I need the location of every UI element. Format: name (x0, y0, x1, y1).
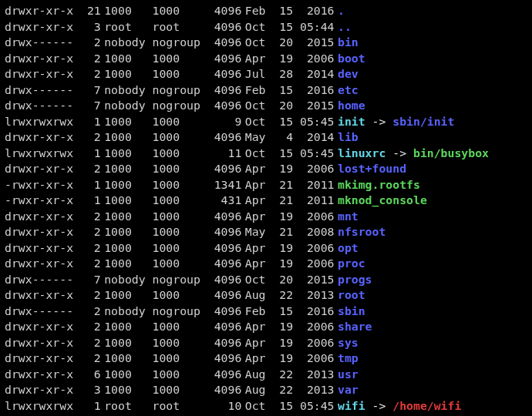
file-permissions: drwxr-xr-x (5, 51, 80, 67)
file-name-wrap: mnt (338, 209, 359, 225)
file-name: usr (338, 367, 359, 381)
date-day: 28 (272, 66, 293, 82)
date-month: Oct (241, 19, 272, 35)
link-count: 2 (80, 209, 101, 225)
file-size: 4096 (207, 161, 242, 177)
ls-row: drwxr-xr-x2100010004096May42014lib (5, 129, 527, 146)
file-size: 4096 (207, 367, 242, 383)
file-name: proc (338, 257, 365, 270)
group: 1000 (153, 382, 207, 398)
date-month: Apr (241, 256, 272, 272)
date-day: 20 (272, 35, 293, 51)
date-month: Feb (241, 3, 272, 19)
date-time-or-year: 2016 (293, 3, 338, 19)
date-day: 19 (272, 161, 293, 177)
file-name-wrap: init -> sbin/init (338, 114, 454, 130)
file-permissions: lrwxrwxrwx (5, 114, 80, 130)
file-size: 4096 (207, 19, 242, 35)
file-name: dev (338, 67, 359, 80)
group: 1000 (153, 146, 207, 162)
owner: 1000 (101, 177, 153, 193)
group: 1000 (153, 319, 207, 335)
file-permissions: drwxr-xr-x (5, 3, 80, 19)
file-permissions: drwxr-xr-x (5, 66, 80, 82)
file-name: etc (338, 83, 359, 96)
file-permissions: drwx------ (5, 35, 80, 51)
file-name: mkimg.rootfs (338, 178, 420, 191)
owner: root (101, 398, 153, 414)
file-size: 4096 (207, 35, 242, 51)
file-size: 4096 (207, 351, 242, 367)
file-name-wrap: etc (338, 82, 359, 99)
date-month: Aug (241, 382, 272, 398)
file-name-wrap: share (338, 319, 372, 335)
file-name: init (338, 115, 365, 128)
date-day: 21 (272, 193, 293, 209)
link-count: 2 (80, 319, 101, 335)
file-name-wrap: proc (338, 256, 365, 272)
owner: nobody (101, 35, 153, 51)
file-permissions: drwx------ (5, 272, 80, 288)
link-count: 2 (80, 51, 101, 67)
date-day: 22 (272, 367, 293, 383)
file-size: 4096 (207, 224, 242, 240)
file-name: nfsroot (338, 225, 386, 238)
file-size: 4096 (207, 82, 242, 99)
date-month: Oct (241, 114, 272, 130)
file-size: 4096 (207, 129, 242, 146)
ls-row: drwxr-xr-x3100010004096Aug222013var (5, 382, 527, 398)
ls-row: drwxr-xr-x2100010004096Apr192006opt (5, 240, 527, 257)
file-permissions: drwxr-xr-x (5, 129, 80, 146)
link-count: 3 (80, 19, 101, 35)
owner: 1000 (101, 287, 153, 304)
date-day: 20 (272, 98, 293, 114)
date-day: 4 (272, 129, 293, 146)
date-month: Apr (241, 177, 272, 193)
date-time-or-year: 2015 (293, 98, 338, 114)
date-day: 15 (272, 304, 293, 320)
owner: 1000 (101, 66, 153, 82)
file-permissions: drwx------ (5, 82, 80, 99)
group: 1000 (153, 114, 207, 130)
link-count: 7 (80, 98, 101, 114)
date-time-or-year: 05:45 (293, 114, 338, 130)
file-name-wrap: .. (338, 19, 352, 35)
file-name-wrap: sys (338, 335, 359, 351)
group: nogroup (153, 98, 207, 114)
owner: 1000 (101, 319, 153, 335)
file-name-wrap: home (338, 98, 365, 114)
ls-row: drwx------2nobodynogroup4096Oct202015bin (5, 35, 527, 51)
group: 1000 (153, 367, 207, 383)
date-time-or-year: 2015 (293, 272, 338, 288)
file-size: 10 (207, 398, 242, 414)
file-size: 4096 (207, 66, 242, 82)
terminal-output: drwxr-xr-x21100010004096Feb152016.drwxr-… (0, 0, 532, 416)
file-name: lib (338, 130, 359, 143)
file-name-wrap: . (338, 3, 345, 19)
file-name-wrap: mkimg.rootfs (338, 177, 420, 193)
owner: 1000 (101, 51, 153, 67)
date-day: 22 (272, 382, 293, 398)
link-count: 7 (80, 272, 101, 288)
file-name: var (338, 383, 359, 396)
file-name: opt (338, 241, 359, 254)
date-day: 15 (272, 146, 293, 162)
group: nogroup (153, 304, 207, 320)
ls-row: drwxr-xr-x6100010004096Aug222013usr (5, 367, 527, 383)
file-name-wrap: progs (338, 272, 372, 288)
date-time-or-year: 2006 (293, 351, 338, 367)
date-time-or-year: 2013 (293, 287, 338, 304)
file-size: 4096 (207, 319, 242, 335)
date-day: 15 (272, 19, 293, 35)
date-month: Apr (241, 209, 272, 225)
date-day: 19 (272, 335, 293, 351)
file-name: tmp (338, 351, 359, 364)
date-day: 19 (272, 209, 293, 225)
ls-row: drwxr-xr-x2100010004096Apr192006lost+fou… (5, 161, 527, 177)
file-permissions: drwxr-xr-x (5, 209, 80, 225)
ls-row: drwxr-xr-x2100010004096Apr192006sys (5, 335, 527, 351)
ls-row: drwxr-xr-x2100010004096Apr192006mnt (5, 209, 527, 225)
link-count: 1 (80, 114, 101, 130)
date-day: 15 (272, 3, 293, 19)
symlink-arrow: -> (365, 115, 393, 128)
